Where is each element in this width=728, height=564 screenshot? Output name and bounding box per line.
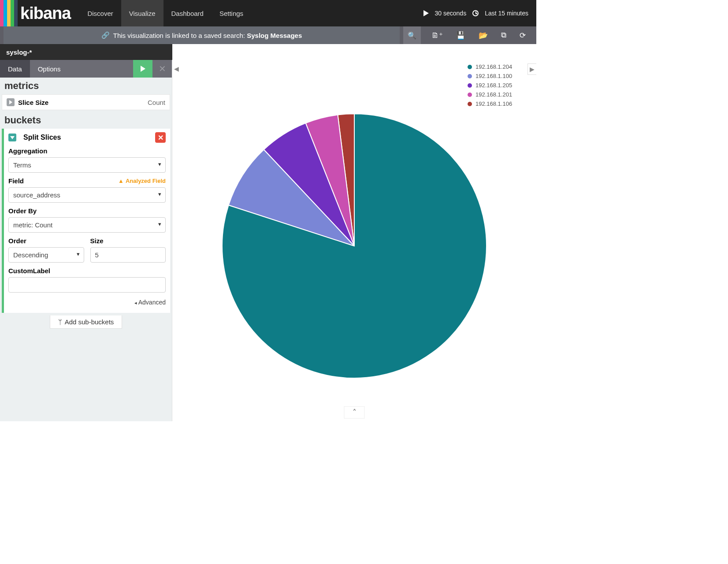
new-icon[interactable]: 🗎⁺ xyxy=(431,31,443,40)
legend-dot xyxy=(468,65,472,69)
size-input[interactable] xyxy=(90,247,166,263)
linked-search-text: This visualization is linked to a saved … xyxy=(113,32,302,39)
save-icon[interactable]: 💾 xyxy=(456,31,465,40)
nav-item-discover[interactable]: Discover xyxy=(79,0,121,26)
sidebar-content: metrics Slice Size Count buckets Split S… xyxy=(0,78,172,421)
link-icon: 🔗 xyxy=(101,31,110,39)
index-pattern-label: syslog-* xyxy=(6,48,32,56)
refresh-interval[interactable]: 30 seconds xyxy=(435,10,467,17)
chart-legend: 192.168.1.204192.168.1.100192.168.1.2051… xyxy=(468,63,533,110)
metrics-heading: metrics xyxy=(0,78,172,94)
panel-tab-options[interactable]: Options xyxy=(30,60,69,78)
nav-item-settings[interactable]: Settings xyxy=(212,0,251,26)
advanced-toggle[interactable]: Advanced xyxy=(8,299,166,306)
panel-actions: ✕ xyxy=(133,60,172,78)
open-icon[interactable]: 📂 xyxy=(479,31,488,40)
top-right-controls: 30 seconds Last 15 minutes xyxy=(423,0,536,26)
legend-dot xyxy=(468,74,472,78)
collapse-bucket-button[interactable] xyxy=(8,134,16,141)
linked-prefix: This visualization is linked to a saved … xyxy=(113,32,247,39)
search-icon: 🔍 xyxy=(408,31,416,40)
field-select[interactable]: source_address xyxy=(8,187,166,203)
brand-text: kibana xyxy=(20,4,71,23)
legend-label: 192.168.1.205 xyxy=(475,82,512,89)
metric-label: Slice Size xyxy=(18,99,48,106)
orderby-label: Order By xyxy=(8,207,166,215)
panel-tabs: DataOptions ✕ xyxy=(0,60,172,78)
time-range[interactable]: Last 15 minutes xyxy=(485,10,528,17)
branch-icon: ᛘ xyxy=(58,318,62,326)
customlabel-label: CustomLabel xyxy=(8,267,166,275)
bucket-title: Split Slices xyxy=(23,134,61,141)
collapse-legend-button[interactable]: ▶ xyxy=(527,63,536,75)
add-sub-label: Add sub-buckets xyxy=(65,318,114,326)
legend-item[interactable]: 192.168.1.100 xyxy=(468,73,533,79)
nav-item-dashboard[interactable]: Dashboard xyxy=(163,0,212,26)
subbar-actions: 🗎⁺ 💾 📂 ⧉ ⟳ xyxy=(421,31,536,40)
legend-item[interactable]: 192.168.1.205 xyxy=(468,82,533,89)
logo[interactable]: kibana xyxy=(0,0,79,26)
legend-label: 192.168.1.204 xyxy=(475,63,512,70)
visualization-panel: ◀ ▶ 192.168.1.204192.168.1.100192.168.1.… xyxy=(172,60,536,421)
aggregation-select[interactable]: Terms xyxy=(8,157,166,173)
search-button[interactable]: 🔍 xyxy=(403,26,421,44)
panel-tab-data[interactable]: Data xyxy=(0,60,30,78)
field-label: Field ▲ Analyzed Field xyxy=(8,177,166,185)
nav-item-visualize[interactable]: Visualize xyxy=(121,0,163,26)
legend-item[interactable]: 192.168.1.204 xyxy=(468,63,533,70)
field-label-text: Field xyxy=(8,177,24,185)
main-area: DataOptions ✕ metrics Slice Size Count b… xyxy=(0,60,536,421)
aggregation-label: Aggregation xyxy=(8,147,166,155)
metric-row[interactable]: Slice Size Count xyxy=(2,94,170,110)
pie-chart[interactable] xyxy=(220,111,489,380)
order-select[interactable]: Descending xyxy=(8,247,84,263)
linked-name[interactable]: Syslog Messages xyxy=(247,32,302,39)
delete-bucket-button[interactable]: ✕ xyxy=(155,132,166,143)
legend-item[interactable]: 192.168.1.106 xyxy=(468,100,533,107)
analyzed-field-warning[interactable]: ▲ Analyzed Field xyxy=(118,178,166,184)
spy-panel-toggle[interactable]: ˄ xyxy=(344,406,365,419)
play-icon[interactable] xyxy=(423,10,429,16)
visualize-sidebar: DataOptions ✕ metrics Slice Size Count b… xyxy=(0,60,172,421)
logo-stripes xyxy=(0,0,18,26)
play-icon xyxy=(141,66,145,72)
legend-dot xyxy=(468,83,472,88)
legend-label: 192.168.1.201 xyxy=(475,91,512,98)
legend-label: 192.168.1.106 xyxy=(475,100,512,107)
bucket-header: Split Slices ✕ xyxy=(8,132,166,143)
sub-bar: 🔗 This visualization is linked to a save… xyxy=(0,26,536,44)
clock-icon xyxy=(472,10,479,16)
collapse-sidebar-button[interactable]: ◀ xyxy=(172,63,181,74)
legend-dot xyxy=(468,93,472,97)
order-label: Order xyxy=(8,237,84,245)
discard-button[interactable]: ✕ xyxy=(152,60,172,78)
size-label: Size xyxy=(90,237,166,245)
buckets-heading: buckets xyxy=(0,112,172,129)
share-icon[interactable]: ⧉ xyxy=(501,31,506,40)
customlabel-input[interactable] xyxy=(8,277,166,293)
index-pattern-bar[interactable]: syslog-* xyxy=(0,44,172,60)
legend-dot xyxy=(468,102,472,106)
warning-icon: ▲ xyxy=(118,178,124,184)
add-sub-buckets-button[interactable]: ᛘ Add sub-buckets xyxy=(50,315,123,329)
legend-item[interactable]: 192.168.1.201 xyxy=(468,91,533,98)
warning-text: Analyzed Field xyxy=(126,178,166,184)
legend-label: 192.168.1.100 xyxy=(475,73,512,79)
refresh-icon[interactable]: ⟳ xyxy=(520,31,526,40)
apply-button[interactable] xyxy=(133,60,152,78)
metric-value: Count xyxy=(148,99,165,106)
expand-metric-button[interactable] xyxy=(7,98,15,106)
bucket-block: Split Slices ✕ Aggregation Terms Field ▲… xyxy=(2,129,170,313)
top-nav: kibana DiscoverVisualizeDashboardSetting… xyxy=(0,0,536,26)
orderby-select[interactable]: metric: Count xyxy=(8,217,166,233)
linked-search-message: 🔗 This visualization is linked to a save… xyxy=(4,26,400,44)
main-nav: DiscoverVisualizeDashboardSettings xyxy=(79,0,251,26)
